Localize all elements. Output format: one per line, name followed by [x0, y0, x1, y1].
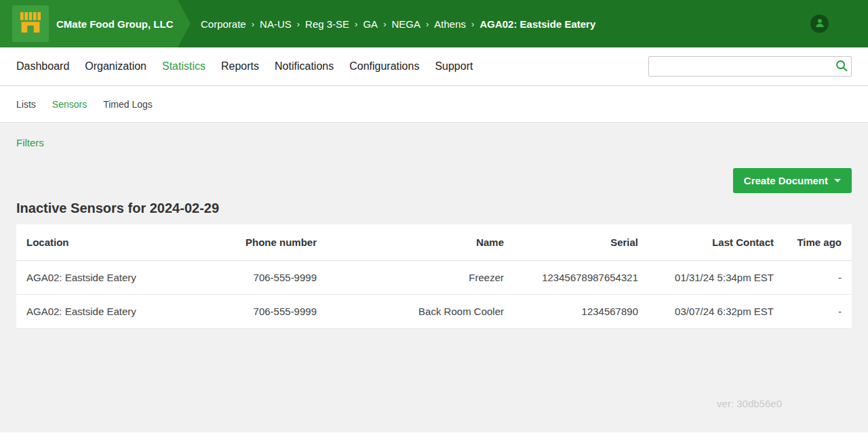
inactive-sensors-table: Location Phone number Name Serial Last C…	[16, 224, 852, 329]
column-header-last-contact: Last Contact	[648, 224, 784, 261]
page-title: Inactive Sensors for 2024-02-29	[16, 201, 852, 216]
table-cell: 01/31/24 5:34pm EST	[648, 261, 784, 295]
table-cell: 706-555-9999	[210, 295, 327, 329]
company-logo[interactable]	[12, 5, 49, 42]
table-row: AGA02: Eastside Eatery706-555-9999Back R…	[16, 295, 852, 329]
main-nav: Dashboard Organization Statistics Report…	[0, 47, 868, 86]
column-header-time-ago: Time ago	[784, 224, 852, 261]
brand-banner: CMate Food Group, LLC	[0, 0, 191, 47]
breadcrumb-separator: ›	[471, 19, 474, 29]
breadcrumb-item[interactable]: Reg 3-SE	[305, 18, 349, 30]
table-cell: AGA02: Eastside Eatery	[16, 261, 210, 295]
breadcrumb-item[interactable]: NA-US	[260, 18, 292, 30]
version-label: ver: 30db56e0	[717, 398, 782, 409]
sensors-table-body: AGA02: Eastside Eatery706-555-9999Freeze…	[16, 261, 852, 329]
nav-item-organization[interactable]: Organization	[85, 60, 146, 73]
search-box	[648, 56, 852, 77]
filters-link[interactable]: Filters	[16, 137, 44, 148]
breadcrumb-separator: ›	[383, 19, 386, 29]
subnav-item-timed-logs[interactable]: Timed Logs	[103, 99, 153, 110]
column-header-phone-number: Phone number	[210, 224, 327, 261]
nav-item-dashboard[interactable]: Dashboard	[16, 60, 69, 73]
toolbar-row: Create Document	[16, 168, 852, 193]
breadcrumb-item[interactable]: NEGA	[391, 18, 420, 30]
sub-nav: Lists Sensors Timed Logs	[0, 86, 868, 123]
table-cell: 706-555-9999	[210, 261, 327, 295]
table-cell: Back Room Cooler	[327, 295, 514, 329]
search-input[interactable]	[648, 56, 852, 77]
breadcrumb-separator: ›	[297, 19, 300, 29]
storefront-icon	[18, 9, 43, 38]
column-header-serial: Serial	[514, 224, 648, 261]
table-cell: -	[784, 261, 852, 295]
breadcrumb-item[interactable]: Athens	[434, 18, 466, 30]
person-icon	[814, 16, 826, 31]
user-avatar[interactable]	[810, 15, 829, 33]
table-cell: Freezer	[327, 261, 514, 295]
company-name: CMate Food Group, LLC	[56, 18, 173, 30]
table-row: AGA02: Eastside Eatery706-555-9999Freeze…	[16, 261, 852, 295]
column-header-location: Location	[16, 224, 210, 261]
table-cell: -	[784, 295, 852, 329]
breadcrumb-item[interactable]: GA	[363, 18, 378, 30]
table-header-row: Location Phone number Name Serial Last C…	[16, 224, 852, 261]
breadcrumb-separator: ›	[355, 19, 357, 29]
table-cell: 1234567890	[514, 295, 648, 329]
nav-item-configurations[interactable]: Configurations	[349, 60, 419, 73]
table-cell: 12345678987654321	[514, 261, 648, 295]
breadcrumb-separator: ›	[252, 19, 254, 29]
breadcrumb: Corporate›NA-US›Reg 3-SE›GA›NEGA›Athens›…	[198, 18, 598, 30]
nav-item-notifications[interactable]: Notifications	[275, 60, 334, 73]
main-content: Filters Create Document Inactive Sensors…	[0, 123, 868, 432]
nav-item-statistics[interactable]: Statistics	[162, 60, 205, 73]
create-document-button[interactable]: Create Document	[733, 168, 852, 193]
create-document-label: Create Document	[744, 175, 828, 186]
top-header: CMate Food Group, LLC Corporate›NA-US›Re…	[0, 0, 868, 47]
magnifier-icon[interactable]	[834, 58, 849, 76]
caret-down-icon	[834, 179, 841, 182]
subnav-item-sensors[interactable]: Sensors	[52, 99, 87, 110]
breadcrumb-item[interactable]: Corporate	[201, 18, 246, 30]
nav-item-reports[interactable]: Reports	[221, 60, 259, 73]
breadcrumb-separator: ›	[426, 19, 429, 29]
subnav-item-lists[interactable]: Lists	[16, 99, 36, 110]
breadcrumb-current: AGA02: Eastside Eatery	[479, 18, 595, 30]
table-cell: 03/07/24 6:32pm EST	[648, 295, 784, 329]
table-cell: AGA02: Eastside Eatery	[16, 295, 210, 329]
nav-item-support[interactable]: Support	[435, 60, 473, 73]
column-header-name: Name	[327, 224, 514, 261]
